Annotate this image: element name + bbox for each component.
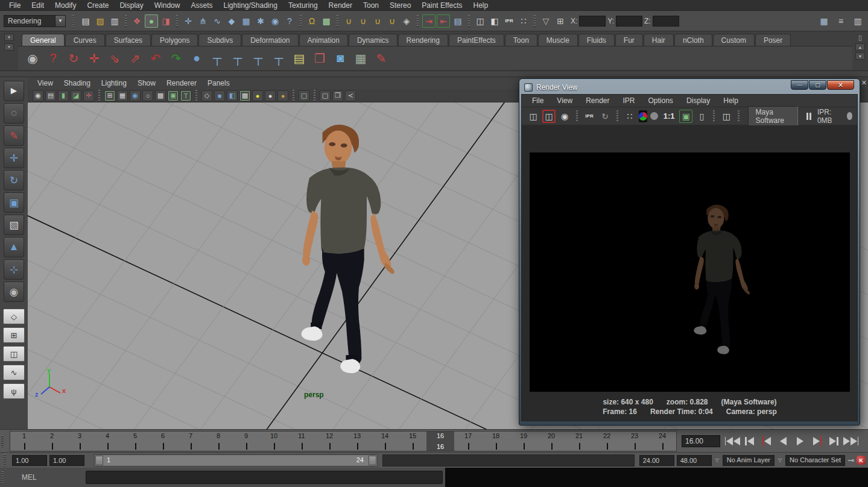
next-frame-button[interactable]	[809, 435, 825, 448]
command-input[interactable]	[86, 471, 443, 484]
snap-to-curves-icon[interactable]: ∪	[356, 14, 370, 28]
layout-single-persp[interactable]: ◇	[3, 309, 25, 324]
shelf-tab-subdivs[interactable]: Subdivs	[198, 34, 241, 46]
timeline-frame-8[interactable]: 8	[204, 432, 232, 451]
new-scene-icon[interactable]: ▤	[79, 14, 92, 28]
timeline-frame-6[interactable]: 6	[149, 432, 177, 451]
select-mask-rendering-icon[interactable]: ◉	[268, 14, 282, 28]
rotate-tool[interactable]: ↻	[4, 170, 24, 190]
image-plane-icon[interactable]: ◪	[71, 90, 81, 101]
timeline-frame-18[interactable]: 18	[482, 432, 510, 451]
close-button[interactable]: ✕	[827, 80, 854, 90]
shelf-menu-arrow-icon[interactable]: ▾	[4, 34, 14, 41]
open-scene-icon[interactable]: ▨	[93, 14, 107, 28]
character-model[interactable]	[302, 125, 394, 374]
smooth-shade-icon[interactable]: ■	[214, 90, 225, 101]
menu-paint-effects[interactable]: Paint Effects	[416, 1, 467, 10]
shelf-tab-surfaces[interactable]: Surfaces	[106, 34, 151, 46]
rgb-channels-icon[interactable]	[639, 110, 647, 122]
timeline-frame-4[interactable]: 4	[93, 432, 121, 451]
ipr-render-icon[interactable]: IPR	[502, 14, 516, 28]
snap-to-grids-icon[interactable]: ∪	[342, 14, 355, 28]
toolbar-grip[interactable]	[72, 15, 74, 27]
panel-menu-view[interactable]: View	[33, 78, 58, 88]
bookmark-icon[interactable]: ▮	[58, 90, 69, 101]
timeline-frame-1[interactable]: 1	[10, 432, 38, 451]
timeline-frame-23[interactable]: 23	[621, 432, 648, 451]
output-connections-icon[interactable]: ⇤	[437, 14, 450, 28]
render-view-menu-display[interactable]: Display	[681, 96, 715, 105]
render-view-menu-view[interactable]: View	[551, 96, 578, 105]
chevron-down-icon[interactable]: ▼	[55, 15, 66, 27]
channel-box-icon[interactable]: ▥	[851, 14, 864, 28]
menu-window[interactable]: Window	[149, 1, 186, 10]
resolution-gate-icon[interactable]: ◉	[130, 90, 141, 101]
paint-select-tool[interactable]: ✎	[4, 125, 24, 146]
timeline-frame-12[interactable]: 12	[315, 432, 343, 451]
field-chart-icon[interactable]: ▩	[155, 90, 166, 101]
shelf-tab-custom[interactable]: Custom	[713, 34, 755, 46]
timeline-frame-10[interactable]: 10	[260, 432, 288, 451]
shelf-help-icon[interactable]: ?	[45, 50, 62, 67]
menu-toon[interactable]: Toon	[358, 1, 384, 10]
show-manipulator-tool[interactable]: ⊹	[4, 259, 24, 280]
timeline-frame-14[interactable]: 14	[371, 432, 399, 451]
lasso-tool[interactable]: ◌	[4, 103, 24, 124]
shelf-hypergraph-hierarchy-icon[interactable]: ┬	[209, 50, 226, 67]
timeline-grip[interactable]	[1, 435, 4, 447]
render-view-menu-ipr[interactable]: IPR	[618, 96, 641, 105]
playback-start-field[interactable]	[49, 455, 84, 466]
menu-file[interactable]: File	[4, 1, 26, 10]
shelf-camera-rotate-icon[interactable]: ↻	[65, 50, 82, 67]
menu-mode-value[interactable]: Rendering	[4, 15, 55, 27]
previous-frame-button[interactable]	[759, 435, 774, 448]
minimize-button[interactable]: —	[791, 80, 808, 90]
playback-end-field[interactable]	[639, 455, 674, 466]
timeline-frame-21[interactable]: 21	[565, 432, 593, 451]
shelf-camera-track-icon[interactable]: ✛	[86, 50, 103, 67]
maximize-button[interactable]: ▢	[809, 80, 826, 90]
wireframe-icon[interactable]: ◇	[201, 90, 212, 101]
timeline-frame-5[interactable]: 5	[121, 432, 149, 451]
shelf-tab-deformation[interactable]: Deformation	[242, 34, 298, 46]
render-view-window[interactable]: Render View — ▢ ✕ FileViewRenderIPROptio…	[519, 78, 860, 426]
timeline-frame-17[interactable]: 17	[454, 432, 482, 451]
shelf-tab-poser[interactable]: Poser	[755, 34, 791, 46]
select-mask-deformations-icon[interactable]: ▦	[239, 14, 253, 28]
panel-menu-lighting[interactable]: Lighting	[97, 78, 131, 88]
render-view-menu-help[interactable]: Help	[718, 96, 744, 105]
render-view-menu-render[interactable]: Render	[580, 96, 615, 105]
soft-modification-tool[interactable]: ▲	[4, 237, 24, 257]
next-key-button[interactable]	[826, 435, 841, 448]
anim-layer-field[interactable]: No Anim Layer	[723, 455, 775, 466]
menu-assets[interactable]: Assets	[185, 1, 218, 10]
shelf-paint-icon[interactable]: ✎	[373, 50, 390, 67]
render-button[interactable]: ◫	[527, 110, 540, 123]
timeline-frame-22[interactable]: 22	[593, 432, 621, 451]
go-to-end-button[interactable]	[843, 435, 858, 448]
timeline-frame-11[interactable]: 11	[288, 432, 315, 451]
alpha-channel-icon[interactable]	[650, 110, 658, 122]
lock-selection-icon[interactable]: Ω	[305, 14, 318, 28]
scale-tool[interactable]: ▣	[4, 192, 24, 213]
rendered-image[interactable]	[530, 152, 850, 392]
redo-previous-render-button[interactable]: ◫	[542, 110, 556, 123]
textured-icon[interactable]: ◧	[227, 90, 238, 101]
select-mask-handles-icon[interactable]: ✛	[182, 14, 195, 28]
shelf-camera-flythrough-icon[interactable]: ⇗	[127, 50, 144, 67]
film-gate-icon[interactable]: ▦	[117, 90, 128, 101]
auto-keyframe-toggle[interactable]: K	[857, 456, 866, 465]
snap-to-points-icon[interactable]: ∪	[371, 14, 384, 28]
current-time-field[interactable]	[682, 435, 720, 447]
panel-menu-shading[interactable]: Shading	[59, 78, 95, 88]
select-hierarchy-icon[interactable]: ❖	[130, 14, 144, 28]
select-tool[interactable]: ►	[4, 81, 24, 101]
renderer-selector[interactable]: Maya Software	[748, 106, 798, 127]
layout-persp-graph[interactable]: ∿	[3, 365, 25, 380]
y-input[interactable]	[616, 16, 642, 27]
shelf-tab-painteffects[interactable]: PaintEffects	[449, 34, 504, 46]
select-object-icon[interactable]: ●	[145, 14, 158, 28]
timeline-frame-16[interactable]: 1616	[426, 432, 454, 451]
shelf-undo-icon[interactable]: ↶	[147, 50, 164, 67]
select-mask-joints-icon[interactable]: ⋔	[196, 14, 209, 28]
